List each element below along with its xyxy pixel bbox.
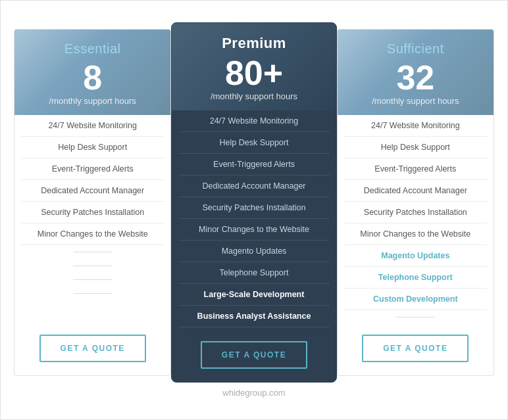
- sufficient-placeholder-9: [395, 317, 435, 317]
- sufficient-cta-section: GET A QUOTE: [338, 324, 494, 375]
- plan-essential: Essential8/monthly support hours24/7 Web…: [14, 29, 171, 376]
- sufficient-feature-0: 24/7 Website Monitoring: [344, 115, 487, 137]
- premium-feature-8: Large-Scale Development: [178, 284, 329, 306]
- premium-hours-label: /monthly support hours: [211, 91, 297, 101]
- essential-get-quote-button[interactable]: GET A QUOTE: [39, 335, 146, 362]
- essential-feature-0: 24/7 Website Monitoring: [21, 115, 164, 137]
- sufficient-hours-label: /monthly support hours: [372, 96, 459, 106]
- essential-hours-label: /monthly support hours: [49, 96, 136, 106]
- sufficient-feature-4: Security Patches Installation: [344, 202, 487, 223]
- plan-premium: Premium80+/monthly support hours24/7 Web…: [171, 22, 336, 383]
- essential-title: Essential: [64, 41, 121, 57]
- footer-domain: whidegroup.com: [222, 388, 285, 398]
- premium-features: 24/7 Website MonitoringHelp Desk Support…: [172, 110, 336, 331]
- plans-container: Essential8/monthly support hours24/7 Web…: [14, 29, 494, 376]
- premium-feature-4: Security Patches Installation: [178, 197, 329, 219]
- premium-feature-5: Minor Changes to the Website: [178, 219, 329, 241]
- premium-feature-1: Help Desk Support: [178, 132, 329, 154]
- essential-header: Essential8/monthly support hours: [14, 30, 170, 115]
- essential-feature-4: Security Patches Installation: [21, 202, 164, 223]
- sufficient-feature-2: Event-Triggered Alerts: [344, 158, 487, 180]
- premium-header: Premium80+/monthly support hours: [172, 23, 336, 110]
- sufficient-feature-6: Magento Updates: [344, 245, 487, 267]
- premium-feature-3: Dedicated Account Manager: [178, 175, 329, 197]
- premium-hours: 80+: [225, 56, 283, 90]
- sufficient-feature-7: Telephone Support: [344, 267, 487, 289]
- premium-feature-9: Business Analyst Assistance: [178, 306, 329, 327]
- premium-title: Premium: [222, 35, 286, 52]
- essential-feature-5: Minor Changes to the Website: [21, 223, 164, 245]
- essential-feature-1: Help Desk Support: [21, 137, 164, 158]
- sufficient-feature-3: Dedicated Account Manager: [344, 180, 487, 202]
- essential-placeholder-7: [73, 266, 113, 266]
- essential-hours: 8: [83, 60, 102, 95]
- premium-feature-7: Telephone Support: [178, 262, 329, 284]
- plan-sufficient: Sufficient32/monthly support hours24/7 W…: [337, 29, 494, 376]
- sufficient-get-quote-button[interactable]: GET A QUOTE: [362, 335, 469, 362]
- sufficient-features: 24/7 Website MonitoringHelp Desk Support…: [338, 115, 494, 324]
- essential-feature-3: Dedicated Account Manager: [21, 180, 164, 202]
- premium-feature-0: 24/7 Website Monitoring: [178, 110, 329, 132]
- premium-feature-2: Event-Triggered Alerts: [178, 154, 329, 175]
- page-wrapper: Essential8/monthly support hours24/7 Web…: [0, 0, 508, 420]
- sufficient-feature-5: Minor Changes to the Website: [344, 223, 487, 245]
- premium-feature-6: Magento Updates: [178, 241, 329, 262]
- premium-get-quote-button[interactable]: GET A QUOTE: [201, 341, 307, 369]
- essential-feature-2: Event-Triggered Alerts: [21, 158, 164, 180]
- essential-cta-section: GET A QUOTE: [14, 324, 170, 375]
- sufficient-hours: 32: [396, 60, 434, 95]
- sufficient-feature-1: Help Desk Support: [344, 137, 487, 158]
- sufficient-header: Sufficient32/monthly support hours: [338, 30, 494, 115]
- essential-placeholder-6: [73, 252, 113, 252]
- sufficient-title: Sufficient: [387, 41, 444, 57]
- premium-cta-section: GET A QUOTE: [172, 331, 336, 382]
- essential-placeholder-8: [73, 279, 113, 280]
- sufficient-feature-8: Custom Development: [344, 289, 487, 310]
- essential-features: 24/7 Website MonitoringHelp Desk Support…: [14, 115, 170, 324]
- essential-placeholder-9: [73, 293, 113, 294]
